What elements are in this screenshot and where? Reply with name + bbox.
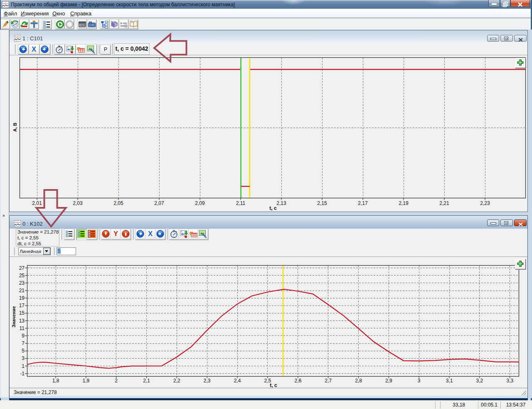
svg-text:2,8: 2,8 xyxy=(355,378,362,384)
svg-text:2,13: 2,13 xyxy=(276,200,286,206)
svg-text:3,2: 3,2 xyxy=(476,378,483,384)
svg-text:2,2: 2,2 xyxy=(173,378,180,384)
svg-text:А, В: А, В xyxy=(12,123,17,132)
svg-text:1,8: 1,8 xyxy=(52,378,59,384)
svg-text:t, c: t, c xyxy=(269,205,277,211)
svg-text:Значение: Значение xyxy=(11,306,16,327)
svg-text:23: 23 xyxy=(19,280,25,286)
svg-text:2,15: 2,15 xyxy=(317,200,327,206)
svg-text:2,4: 2,4 xyxy=(234,378,241,384)
svg-text:2,03: 2,03 xyxy=(73,200,83,206)
svg-text:13: 13 xyxy=(19,318,25,324)
svg-text:2,6: 2,6 xyxy=(294,378,301,384)
svg-text:5: 5 xyxy=(22,348,25,354)
svg-text:2,01: 2,01 xyxy=(32,200,42,206)
svg-text:t, c: t, c xyxy=(270,382,277,388)
svg-text:7: 7 xyxy=(22,340,25,346)
svg-text:2,19: 2,19 xyxy=(399,200,409,206)
svg-text:3: 3 xyxy=(418,378,421,384)
svg-text:19: 19 xyxy=(19,295,25,301)
svg-text:3: 3 xyxy=(22,355,25,361)
svg-text:2,11: 2,11 xyxy=(236,200,246,206)
svg-text:11: 11 xyxy=(20,325,25,331)
svg-text:25: 25 xyxy=(19,273,25,278)
svg-text:2,17: 2,17 xyxy=(358,200,368,206)
svg-text:21: 21 xyxy=(19,288,25,293)
svg-text:27: 27 xyxy=(19,265,25,271)
svg-text:2,07: 2,07 xyxy=(154,200,164,206)
svg-text:17: 17 xyxy=(19,303,25,308)
svg-text:2,23: 2,23 xyxy=(480,200,490,206)
svg-text:2,09: 2,09 xyxy=(195,200,205,206)
svg-text:9: 9 xyxy=(22,333,25,339)
svg-text:15: 15 xyxy=(19,310,25,316)
svg-text:2,1: 2,1 xyxy=(143,378,150,384)
svg-text:2: 2 xyxy=(115,378,118,384)
svg-text:1,9: 1,9 xyxy=(82,378,89,384)
svg-text:3,1: 3,1 xyxy=(446,378,453,384)
svg-text:2,21: 2,21 xyxy=(439,200,449,206)
svg-text:1: 1 xyxy=(22,363,25,369)
svg-text:2,7: 2,7 xyxy=(325,378,332,384)
svg-text:2,9: 2,9 xyxy=(385,378,392,384)
svg-text:2,05: 2,05 xyxy=(113,200,123,206)
svg-text:-1: -1 xyxy=(20,371,25,377)
svg-text:2,3: 2,3 xyxy=(204,378,211,384)
svg-text:3,3: 3,3 xyxy=(506,378,513,384)
